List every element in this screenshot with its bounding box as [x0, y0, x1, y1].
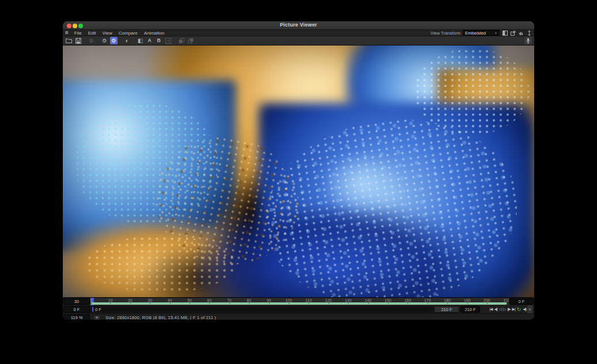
hamburger-icon[interactable]: ≡	[65, 30, 69, 36]
image-vignette	[63, 46, 534, 297]
swap-ab-button	[164, 37, 172, 44]
view-transform-label: View Transform	[430, 31, 460, 36]
current-frame-field[interactable]: 0 F	[63, 306, 90, 313]
picture-viewer-window: Picture Viewer ≡ FileEditViewCompareAnim…	[62, 21, 535, 320]
ruler-tick-130: 130	[345, 298, 352, 303]
timeline-range-row: 0 F 0 F 210 F 210 F |◀◀|◁▷|▶▶|↻◀)▼	[63, 305, 534, 313]
ruler-tick-200: 200	[483, 298, 490, 303]
loop-playback-button[interactable]: ↻	[516, 306, 522, 313]
copy-to-a-button	[177, 37, 185, 44]
zoom-level-field[interactable]: 119 %	[63, 314, 90, 321]
play-forward-button[interactable]: ▷	[502, 306, 506, 313]
stop-render-button: ⊗	[88, 37, 95, 44]
status-bar: 119 % ▼ Size: 2880x1800, RGB (8 Bit), 15…	[63, 313, 534, 320]
ruler-tick-140: 140	[365, 298, 372, 303]
ruler-tick-90: 90	[267, 298, 271, 303]
range-end-button[interactable]: 210 F	[434, 306, 459, 313]
ruler-tick-120: 120	[325, 298, 332, 303]
fps-field[interactable]: 30	[63, 298, 90, 305]
transport-controls: |◀◀|◁▷|▶▶|↻◀)▼	[481, 305, 534, 313]
ruler-tick-80: 80	[247, 298, 251, 303]
ruler-tick-150: 150	[384, 298, 391, 303]
ruler-tick-160: 160	[405, 298, 411, 303]
menu-bar: ≡ FileEditViewCompareAnimation View Tran…	[63, 30, 534, 36]
menu-item-edit[interactable]: Edit	[87, 30, 97, 36]
play-backward-button[interactable]: ◁	[498, 306, 502, 313]
window-title: Picture Viewer	[63, 22, 534, 28]
chevron-down-icon: ▼	[494, 31, 497, 35]
microphone-icon[interactable]	[524, 37, 532, 44]
previous-frame-button[interactable]: ◀|	[493, 306, 497, 313]
ruler-tick-0: 0	[90, 298, 92, 303]
timeline-ruler[interactable]: 0102030405060708090100110120130140150160…	[90, 298, 509, 305]
ruler-tick-170: 170	[424, 298, 431, 303]
hand-pan-icon[interactable]	[518, 30, 524, 36]
range-start-marker[interactable]: 0 F	[92, 306, 101, 313]
copy-to-b-button	[187, 37, 194, 44]
open-file-button[interactable]	[65, 37, 73, 44]
menu-items: FileEditViewCompareAnimation	[73, 30, 165, 36]
ruler-tick-180: 180	[444, 298, 451, 303]
view-transform-value: Embedded	[465, 31, 486, 36]
ruler-tick-70: 70	[227, 298, 232, 303]
chevron-down-icon: ▼	[96, 316, 99, 319]
image-info-text: Size: 2880x1800, RGB (8 Bit), 15.41 MB, …	[105, 315, 216, 320]
contrast-filter-button[interactable]: ◐	[123, 37, 131, 44]
zoom-dropdown-button[interactable]: ▼	[93, 315, 100, 320]
rendered-image-viewport[interactable]	[63, 46, 534, 297]
filter-gear-button-selected[interactable]: ⚙	[110, 37, 118, 44]
save-file-button[interactable]	[74, 37, 82, 44]
view-transform-dropdown[interactable]: Embedded ▼	[463, 30, 500, 36]
toolbar: ⊗ ⚙ ⚙ ◐ ◧ A B	[63, 36, 534, 46]
menu-item-compare[interactable]: Compare	[118, 30, 139, 36]
ruler-tick-60: 60	[207, 298, 212, 303]
next-frame-button[interactable]: |▶	[507, 306, 511, 313]
ruler-tick-110: 110	[305, 298, 312, 303]
playback-options-button[interactable]: ▼	[527, 305, 532, 313]
ruler-tick-20: 20	[128, 298, 133, 303]
goto-end-button[interactable]: ▶|	[512, 306, 516, 313]
set-image-b-button[interactable]: B	[155, 37, 163, 44]
timeline-ruler-row: 30 0102030405060708090100110120130140150…	[63, 297, 534, 305]
ruler-tick-210: 210	[504, 298, 509, 303]
ruler-tick-10: 10	[108, 298, 113, 303]
title-bar[interactable]: Picture Viewer	[63, 21, 534, 30]
ruler-tick-100: 100	[285, 298, 292, 303]
sound-toggle-button[interactable]: ◀)	[522, 306, 527, 313]
frame-offset-field[interactable]: 0 F	[509, 298, 534, 305]
compare-split-button[interactable]: ◧	[137, 37, 144, 44]
set-image-a-button[interactable]: A	[146, 37, 153, 44]
settings-gear-button[interactable]: ⚙	[101, 37, 108, 44]
ruler-tick-50: 50	[187, 298, 192, 303]
goto-start-button[interactable]: |◀	[489, 306, 493, 313]
menu-item-view[interactable]: View	[101, 30, 114, 36]
preview-range-bar[interactable]: 0 F	[90, 306, 433, 313]
dock-pin-icon[interactable]	[526, 30, 532, 36]
ruler-tick-30: 30	[148, 298, 152, 303]
menu-item-file[interactable]: File	[73, 30, 83, 36]
menu-bar-right: View Transform Embedded ▼	[430, 30, 532, 36]
menu-item-animation[interactable]: Animation	[143, 30, 166, 36]
range-end-field[interactable]: 210 F	[460, 306, 480, 313]
ruler-tick-190: 190	[464, 298, 471, 303]
detach-window-icon[interactable]	[510, 30, 516, 36]
ruler-tick-40: 40	[168, 298, 172, 303]
split-view-icon[interactable]	[502, 30, 508, 36]
